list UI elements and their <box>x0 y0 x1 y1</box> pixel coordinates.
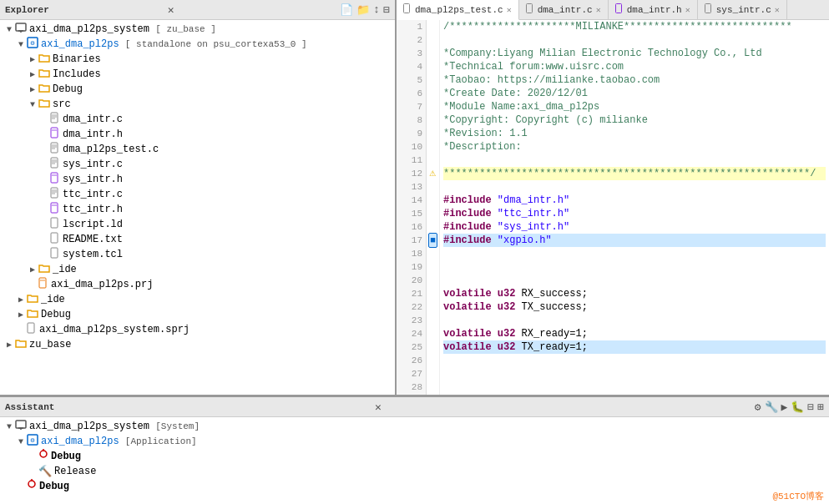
app-icon: ⚙ <box>27 434 38 449</box>
gutter-empty <box>427 260 439 274</box>
tree-label: zu_base <box>29 339 71 350</box>
tree-item-axi-dma-pl2ps-system[interactable]: ▼axi_dma_pl2ps_system [ zu_base ] <box>0 22 395 37</box>
tree-arrow[interactable]: ▶ <box>27 265 38 275</box>
link-icon[interactable]: ⊟ <box>383 3 390 17</box>
tree-arrow[interactable]: ▼ <box>27 100 38 109</box>
tab-file-icon <box>705 3 713 16</box>
code-line: *Revision: 1.1 <box>443 127 826 140</box>
tree-item-dma-intr-h[interactable]: dma_intr.h <box>0 127 395 142</box>
line-number: 28 <box>400 381 422 394</box>
gutter-empty <box>427 100 439 113</box>
tree-item-axi-dma-pl2ps[interactable]: ▼⚙axi_dma_pl2ps [Application] <box>0 434 829 449</box>
tree-item-sys-intr-h[interactable]: sys_intr.h <box>0 172 395 187</box>
tree-item-README-txt[interactable]: README.txt <box>0 232 395 247</box>
file-icon <box>50 187 60 202</box>
file-icon <box>50 157 60 172</box>
tree-item-lscript-ld[interactable]: lscript.ld <box>0 217 395 232</box>
tree-item-dma-intr-c[interactable]: dma_intr.c <box>0 112 395 127</box>
tree-item-zu-base[interactable]: ▶zu_base <box>0 337 395 352</box>
assistant-collapse-icon[interactable]: ⊟ <box>807 401 814 414</box>
tree-label: Includes <box>53 68 101 80</box>
tree-item-dma-pl2ps-test-c[interactable]: dma_pl2ps_test.c <box>0 142 395 157</box>
assistant-settings-icon[interactable]: ⚙ <box>755 401 761 414</box>
tree-arrow[interactable]: ▼ <box>15 437 27 446</box>
explorer-panel: Explorer ✕ 📄 📁 ↕ ⊟ ▼axi_dma_pl2ps_system… <box>0 0 397 395</box>
tree-arrow[interactable]: ▼ <box>3 422 15 431</box>
tree-item--ide[interactable]: ▶_ide <box>0 262 395 277</box>
code-area[interactable]: /*********************MILIANKE**********… <box>440 20 829 395</box>
code-line: *Technical forum:www.uisrc.com <box>443 60 826 73</box>
assistant-expand-icon[interactable]: ⊞ <box>817 401 824 414</box>
tree-item-ttc-intr-h[interactable]: ttc_intr.h <box>0 202 395 217</box>
folder-icon <box>38 52 50 67</box>
tree-item-axi-dma-pl2ps-prj[interactable]: axi_dma_pl2ps.prj <box>0 277 395 292</box>
svg-rect-35 <box>615 4 621 13</box>
svg-text:⚙: ⚙ <box>31 39 35 47</box>
tree-label: ttc_intr.h <box>63 204 123 215</box>
tree-item-Debug[interactable]: ▶Debug <box>0 82 395 97</box>
tree-item-src[interactable]: ▼src <box>0 97 395 112</box>
tree-item-system-tcl[interactable]: system.tcl <box>0 247 395 262</box>
tab-close-button[interactable]: ✕ <box>507 5 512 15</box>
tree-item-Includes[interactable]: ▶Includes <box>0 67 395 82</box>
code-line: *Create Date: 2020/12/01 <box>443 87 826 100</box>
tree-item-Debug[interactable]: Debug <box>0 479 829 494</box>
tab-close-button[interactable]: ✕ <box>685 5 690 15</box>
tree-arrow[interactable]: ▼ <box>3 25 15 34</box>
tab-dma-pl2ps-test-c[interactable]: dma_pl2ps_test.c✕ <box>397 0 519 20</box>
code-line: ****************************************… <box>443 167 826 180</box>
tab-dma-intr-h[interactable]: dma_intr.h✕ <box>609 0 698 19</box>
assistant-run-icon[interactable]: ▶ <box>781 401 788 414</box>
tree-badge: [ zu_base ] <box>155 24 216 34</box>
tab-close-button[interactable]: ✕ <box>775 5 780 15</box>
tree-item-axi-dma-pl2ps-system-sprj[interactable]: axi_dma_pl2ps_system.sprj <box>0 322 395 337</box>
editor-container: 1234567891011121314151617181920212223242… <box>397 20 829 395</box>
new-file-icon[interactable]: 📄 <box>340 3 353 17</box>
collapse-icon[interactable]: ↕ <box>373 3 380 16</box>
tree-label: Binaries <box>53 53 101 65</box>
tree-item-Debug[interactable]: Debug <box>0 449 829 464</box>
tree-item-Debug[interactable]: ▶Debug <box>0 307 395 322</box>
code-line: volatile u32 TX_ready=1; <box>443 340 826 354</box>
gutter-empty <box>427 207 439 220</box>
close-icon[interactable]: ✕ <box>168 3 174 17</box>
tab-dma-intr-c[interactable]: dma_intr.c✕ <box>519 0 609 19</box>
explorer-tree: ▼axi_dma_pl2ps_system [ zu_base ]▼⚙axi_d… <box>0 20 395 395</box>
tree-arrow[interactable]: ▼ <box>15 40 27 49</box>
tree-item-axi-dma-pl2ps-system[interactable]: ▼axi_dma_pl2ps_system [System] <box>0 419 829 434</box>
gutter-empty <box>427 154 439 167</box>
tree-arrow[interactable]: ▶ <box>27 69 38 79</box>
tree-item-sys-intr-c[interactable]: sys_intr.c <box>0 157 395 172</box>
tree-arrow[interactable]: ▶ <box>27 54 38 64</box>
app-icon: ⚙ <box>27 37 38 52</box>
gutter-empty <box>427 87 439 100</box>
line-number: 17 <box>400 234 422 247</box>
tree-item-Binaries[interactable]: ▶Binaries <box>0 52 395 67</box>
gutter-empty <box>427 274 439 287</box>
folder-icon <box>38 82 50 97</box>
folder-icon <box>15 337 27 352</box>
tab-sys-intr-c[interactable]: sys_intr.c✕ <box>698 0 787 19</box>
code-line: #include "dma_intr.h" <box>443 194 826 207</box>
assistant-panel: Assistant ✕ ⚙ 🔧 ▶ 🐛 ⊟ ⊞ ▼axi_dma_pl2ps_s… <box>0 396 829 504</box>
gutter-empty <box>427 33 439 47</box>
assistant-close-icon[interactable]: ✕ <box>375 401 382 414</box>
svg-text:⚙: ⚙ <box>31 436 35 444</box>
assistant-tool-icon[interactable]: 🔧 <box>765 401 778 414</box>
system-icon <box>15 419 27 434</box>
svg-rect-28 <box>51 233 58 243</box>
tree-item-axi-dma-pl2ps[interactable]: ▼⚙axi_dma_pl2ps [ standalone on psu_cort… <box>0 37 395 52</box>
tree-arrow[interactable]: ▶ <box>15 295 27 305</box>
tree-item--ide[interactable]: ▶_ide <box>0 292 395 307</box>
tab-close-button[interactable]: ✕ <box>596 5 601 15</box>
tree-arrow[interactable]: ▶ <box>15 310 27 320</box>
tree-arrow[interactable]: ▶ <box>27 84 38 94</box>
tree-item-ttc-intr-c[interactable]: ttc_intr.c <box>0 187 395 202</box>
tree-arrow[interactable]: ▶ <box>3 340 15 350</box>
assistant-debug-icon[interactable]: 🐛 <box>791 401 804 414</box>
tree-label: dma_intr.h <box>63 129 123 140</box>
debug-icon <box>27 479 37 494</box>
tree-item-Release[interactable]: 🔨Release <box>0 464 829 479</box>
new-folder-icon[interactable]: 📁 <box>356 3 370 17</box>
code-line <box>443 314 826 327</box>
